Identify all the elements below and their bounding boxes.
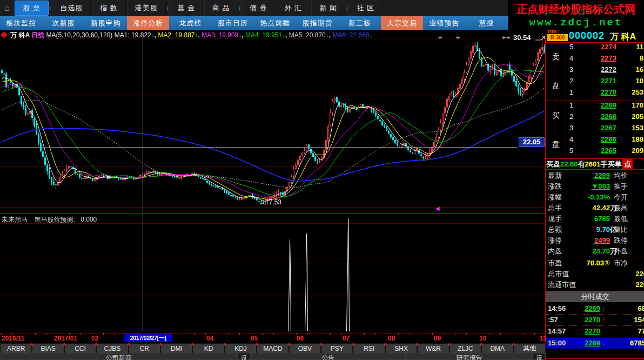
tab-separator-triangle-icon <box>190 343 194 345</box>
tick-trade-row: :572270↑154 <box>546 315 644 326</box>
tab-cci[interactable]: CCI <box>65 344 96 353</box>
more-indicator-icon[interactable]: ⁞ <box>50 6 51 10</box>
home-icon[interactable]: ⌂ <box>0 3 14 14</box>
sell-row-2[interactable]: 2227110 <box>566 77 644 88</box>
quote-row-latest: 最新2269均价 <box>546 170 644 181</box>
tab-kdj[interactable]: KDJ <box>225 344 256 353</box>
down-arrow-icon: ↓ <box>602 303 605 314</box>
menu-item-commodity[interactable]: 商 品 <box>204 1 238 15</box>
volume: 153 <box>632 124 643 132</box>
value: 6785 <box>568 214 610 224</box>
sell-row-3[interactable]: 3227216 <box>566 65 644 77</box>
label: 涨停 <box>548 235 562 246</box>
separator: , <box>285 31 287 39</box>
sell-row-1[interactable]: 12270253 <box>566 88 644 99</box>
buy-row-1[interactable]: 12269170 <box>566 101 644 112</box>
buy-row-4[interactable]: 42266188 <box>566 135 644 146</box>
candlestick-chart-canvas[interactable] <box>0 30 546 360</box>
divider <box>546 257 644 257</box>
tab-research-reports[interactable]: 研究报告 <box>406 353 533 360</box>
settings-button[interactable]: 设 <box>533 353 546 360</box>
menu-item-news[interactable]: 新 闻 <box>311 1 345 15</box>
price: 2269 <box>585 101 616 109</box>
menu-item-index[interactable]: 指 数 <box>92 1 126 15</box>
tab-separator-triangle-icon <box>415 343 419 345</box>
toolbar-dragon-tiger[interactable]: 龙虎榜 <box>169 16 211 30</box>
buy-row-5[interactable]: 52265209 <box>566 146 644 158</box>
toolbar-smart-search[interactable]: 慧搜 <box>466 16 508 30</box>
sell-row-5[interactable]: 5227411 <box>566 43 644 54</box>
toolbar-block-trade[interactable]: 大宗交易 <box>381 16 423 30</box>
menu-item-watchlist[interactable]: 自选股 <box>52 1 91 15</box>
level: 5 <box>569 146 573 155</box>
tab-other[interactable]: 其他 <box>514 344 545 353</box>
watermark-line2: www.zdcj.net <box>529 17 623 29</box>
quote-row-change-pct: 涨幅-0.13%今开 <box>546 192 644 203</box>
tab-wr[interactable]: W&R <box>418 344 448 353</box>
tab-bias[interactable]: BIAS <box>32 344 63 353</box>
level: 4 <box>569 135 573 143</box>
menu-item-community[interactable]: 社 区 <box>348 1 383 15</box>
tab-shx[interactable]: SHX <box>386 344 417 353</box>
more-indicator-icon[interactable]: ⁞ <box>346 6 348 10</box>
menu-item-funds[interactable]: 基 金 <box>169 1 203 15</box>
quote-row-market-cap: 总市值220 <box>546 269 644 279</box>
price: 2267 <box>585 124 616 132</box>
high-price-label: 30.54 <box>513 34 531 42</box>
sell-row-4[interactable]: 422738 <box>566 54 644 65</box>
more-indicator-icon[interactable]: ⁞ <box>239 6 241 10</box>
buy-row-3[interactable]: 32267153 <box>566 124 644 135</box>
volume: 209 <box>632 146 643 155</box>
stock-app-window: ⌂ 股 票 ⁞ 自选股 指 数 港美股 ⁞ 基 金 商 品 ⁞ 债 券 外 汇 … <box>0 0 644 360</box>
tab-dma[interactable]: DMA <box>482 344 513 353</box>
label: 最新 <box>548 170 562 181</box>
toolbar-earnings-forecast[interactable]: 业绩预告 <box>423 16 465 30</box>
tab-cjbs[interactable]: CJBS <box>97 344 128 353</box>
date-label: 08 <box>388 335 395 342</box>
date-axis[interactable]: 2016/11 2017/01 02 04 05 06 07 08 09 10 … <box>0 333 546 343</box>
menu-item-stocks[interactable]: 股 票 <box>15 1 49 16</box>
label: 涨跌 <box>548 181 562 192</box>
ticker-text: 有 <box>578 160 585 168</box>
tab-macd[interactable]: MACD <box>257 344 288 353</box>
tab-separator-triangle-icon <box>30 343 34 345</box>
tab-zljc[interactable]: ZLJC <box>450 344 481 353</box>
toolbar-ipo[interactable]: 新股申购 <box>85 16 127 30</box>
tab-dmi[interactable]: DMI <box>161 344 192 353</box>
toolbar-hotspot[interactable]: 热点前瞻 <box>254 16 296 30</box>
period-label[interactable]: 日线 <box>31 31 44 39</box>
toolbar-new-stocks[interactable]: 次新股 <box>42 16 84 30</box>
toolbar-index-futures[interactable]: 股指期货 <box>296 16 338 30</box>
tab-separator-triangle-icon <box>126 343 131 345</box>
tab-kd[interactable]: KD <box>193 344 224 353</box>
tab-cr[interactable]: CR <box>129 344 160 353</box>
level: 2 <box>569 112 573 121</box>
menu-item-bonds[interactable]: 债 券 <box>242 1 276 15</box>
tab-announcements[interactable]: 公告 <box>251 353 406 360</box>
tab-obv[interactable]: OBV <box>290 344 320 353</box>
menu-item-forex[interactable]: 外 汇 <box>277 1 311 15</box>
quote-row-turnover: 总额9.70亿量比 <box>546 224 644 235</box>
menu-item-hk-us[interactable]: 港美股 <box>127 1 166 15</box>
more-indicator-icon[interactable]: ⁞ <box>167 6 169 10</box>
tab-arbr[interactable]: ARBR <box>1 344 31 353</box>
toolbar-sector-monitor[interactable]: 板块监控 <box>0 16 42 30</box>
toolbar-neeq[interactable]: 新三板 <box>339 16 381 30</box>
tab-psy[interactable]: PSY <box>321 344 352 353</box>
ma2-value: 19.887 <box>175 31 195 39</box>
label: 市盈 <box>548 258 562 269</box>
ma5-name: MA5: <box>289 31 304 39</box>
down-arrow-icon: ↓ <box>370 31 373 39</box>
tab-company-news[interactable]: 公司新闻 <box>0 353 238 360</box>
tick-trade-row-selected[interactable]: 15:002269↓6785 <box>546 338 644 349</box>
stock-name: 万 科A <box>610 31 636 43</box>
high-arrow-icon <box>535 35 546 41</box>
date-label: 09 <box>434 335 441 342</box>
buy-row-2[interactable]: 22268205 <box>566 112 644 124</box>
toolbar-market-calendar[interactable]: 股市日历 <box>212 16 254 30</box>
price: 2269 <box>572 338 600 349</box>
toolbar-limit-up-analysis[interactable]: 涨停分析 <box>127 16 169 30</box>
tab-rsi[interactable]: RSI <box>353 344 384 353</box>
tab-separator-triangle-icon <box>479 343 484 345</box>
settings-button[interactable]: 设 <box>238 353 251 360</box>
